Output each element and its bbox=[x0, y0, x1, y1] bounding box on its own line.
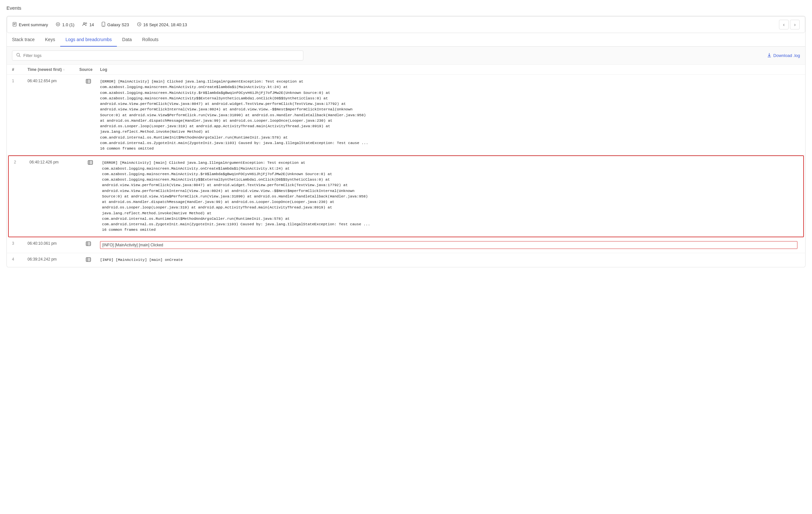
source-table-icon bbox=[86, 241, 91, 247]
event-header-left: Event summary 1.0 (1) bbox=[12, 22, 187, 28]
source-table-icon bbox=[86, 79, 91, 85]
filter-row: Download .log bbox=[7, 47, 805, 65]
row-log-2: [ERROR] [MainActivity] [main] Clicked ja… bbox=[102, 160, 798, 233]
svg-line-14 bbox=[20, 56, 21, 57]
clock-icon bbox=[137, 22, 142, 28]
row-time-2: 06:40:12.426 pm bbox=[29, 160, 81, 164]
svg-point-13 bbox=[17, 53, 20, 56]
svg-rect-21 bbox=[88, 160, 93, 164]
row-log-3: [INFO] [MainActivity] [main] Clicked bbox=[100, 241, 800, 249]
row-log-4: [INFO] [MainActivity] [main] onCreate bbox=[100, 257, 800, 263]
svg-point-7 bbox=[85, 23, 87, 24]
row-time-1: 06:40:12.654 pm bbox=[28, 79, 79, 83]
row-num-3: 3 bbox=[12, 241, 28, 246]
users-icon bbox=[82, 22, 87, 28]
row-source-2 bbox=[81, 160, 102, 166]
tab-rollouts[interactable]: Rollouts bbox=[137, 33, 164, 47]
device-label: Galaxy S23 bbox=[107, 22, 129, 27]
prev-event-button[interactable]: ‹ bbox=[779, 20, 789, 29]
row-num-4: 4 bbox=[12, 257, 28, 262]
table-row: 2 06:40:12.426 pm [ERROR] [MainActivity]… bbox=[8, 155, 804, 237]
table-row: 4 06:39:24.242 pm [INFO] [MainActivity] … bbox=[7, 253, 805, 267]
svg-point-5 bbox=[57, 24, 59, 25]
timestamp-item: 16 Sept 2024, 18:40:13 bbox=[137, 22, 187, 28]
row-num-2: 2 bbox=[14, 160, 29, 164]
source-table-icon bbox=[86, 257, 91, 263]
search-icon bbox=[16, 53, 21, 58]
svg-point-6 bbox=[83, 22, 85, 24]
tab-stack-trace[interactable]: Stack trace bbox=[7, 33, 40, 47]
document-icon bbox=[12, 22, 17, 28]
svg-rect-29 bbox=[86, 258, 91, 262]
device-icon bbox=[102, 22, 105, 28]
table-header: # Time (newest first) ↑ Source Log bbox=[7, 65, 805, 75]
device-item: Galaxy S23 bbox=[102, 22, 129, 28]
next-event-button[interactable]: › bbox=[790, 20, 800, 29]
svg-rect-17 bbox=[86, 79, 91, 83]
event-summary-item[interactable]: Event summary bbox=[12, 22, 48, 28]
sort-asc-icon: ↑ bbox=[63, 68, 65, 71]
row-num-1: 1 bbox=[12, 79, 28, 83]
download-label: Download .log bbox=[774, 53, 800, 58]
table-row: 3 06:40:10.061 pm [INFO] [MainActivity] … bbox=[7, 237, 805, 253]
table-row: 1 06:40:12.654 pm [ERROR] [MainActivity]… bbox=[7, 75, 805, 155]
row-time-4: 06:39:24.242 pm bbox=[28, 257, 79, 262]
source-table-icon bbox=[88, 160, 93, 166]
event-header-panel: Event summary 1.0 (1) bbox=[6, 16, 806, 47]
download-log-button[interactable]: Download .log bbox=[767, 53, 800, 58]
users-label: 14 bbox=[89, 22, 94, 27]
row-source-3 bbox=[79, 241, 100, 247]
version-icon bbox=[56, 22, 60, 28]
svg-point-4 bbox=[56, 22, 60, 26]
log-bordered-text: [INFO] [MainActivity] [main] Clicked bbox=[100, 241, 798, 249]
col-header-time[interactable]: Time (newest first) ↑ bbox=[28, 67, 79, 72]
col-header-log: Log bbox=[100, 67, 800, 72]
download-icon bbox=[767, 53, 772, 58]
filter-logs-input[interactable] bbox=[23, 53, 299, 58]
col-header-source: Source bbox=[79, 67, 100, 72]
row-source-1 bbox=[79, 79, 100, 85]
page-container: Events Event summary bbox=[0, 0, 812, 273]
tabs-row: Stack trace Keys Logs and breadcrumbs Da… bbox=[7, 33, 805, 47]
page-title: Events bbox=[6, 5, 806, 11]
event-header-nav: ‹ › bbox=[779, 20, 800, 29]
svg-rect-25 bbox=[86, 242, 91, 246]
event-summary-label: Event summary bbox=[19, 22, 48, 27]
version-label: 1.0 (1) bbox=[62, 22, 75, 27]
filter-input-wrap[interactable] bbox=[12, 51, 303, 61]
users-item: 14 bbox=[82, 22, 94, 28]
row-log-1: [ERROR] [MainActivity] [main] Clicked ja… bbox=[100, 79, 800, 151]
tab-keys[interactable]: Keys bbox=[40, 33, 60, 47]
row-source-4 bbox=[79, 257, 100, 263]
main-content: Download .log # Time (newest first) ↑ So… bbox=[6, 47, 806, 267]
event-header: Event summary 1.0 (1) bbox=[7, 16, 805, 33]
svg-line-12 bbox=[139, 24, 140, 25]
version-item: 1.0 (1) bbox=[56, 22, 75, 28]
col-header-num: # bbox=[12, 67, 28, 72]
timestamp-label: 16 Sept 2024, 18:40:13 bbox=[143, 22, 187, 27]
log-table: # Time (newest first) ↑ Source Log 1 06:… bbox=[7, 65, 805, 267]
tab-logs-breadcrumbs[interactable]: Logs and breadcrumbs bbox=[60, 33, 117, 47]
row-time-3: 06:40:10.061 pm bbox=[28, 241, 79, 246]
tab-data[interactable]: Data bbox=[117, 33, 137, 47]
